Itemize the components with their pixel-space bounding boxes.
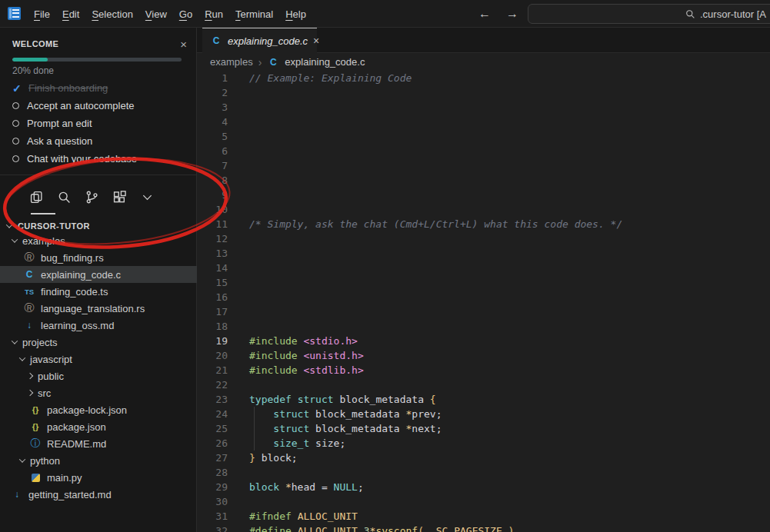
md-file-icon: ↓ [23, 320, 35, 331]
panel-icon-row [29, 181, 155, 212]
close-icon[interactable]: × [180, 38, 187, 51]
code-line-16[interactable]: 16 [197, 290, 770, 304]
tree-file-package-lock.json[interactable]: {}package-lock.json [0, 401, 197, 418]
chevron-down-icon [19, 456, 25, 462]
code-line-1[interactable]: 1// Example: Explaining Code [197, 71, 770, 85]
search-box[interactable]: .cursor-tutor [A [528, 4, 770, 24]
tree-file-finding_code.ts[interactable]: TSfinding_code.ts [0, 283, 197, 300]
copy-icon[interactable] [29, 181, 44, 212]
line-number: 13 [197, 246, 228, 261]
menu-edit[interactable]: Edit [56, 5, 85, 23]
code-line-27[interactable]: 27} block; [197, 451, 770, 465]
line-number: 3 [197, 100, 228, 115]
checklist-item-label: Chat with your codebase [27, 153, 137, 165]
chevron-down-icon[interactable] [140, 181, 155, 212]
code-line-32[interactable]: 32#define ALLOC_UNIT 3*sysconf( _SC_PAGE… [197, 524, 770, 532]
menu-view[interactable]: View [139, 5, 173, 23]
extensions-icon[interactable] [112, 181, 127, 212]
code-line-22[interactable]: 22 [197, 377, 770, 392]
tree-file-bug_finding.rs[interactable]: Ⓡbug_finding.rs [0, 249, 197, 266]
line-number: 20 [197, 348, 228, 363]
search-panel-icon[interactable] [57, 181, 72, 212]
code-line-26[interactable]: 26 size_t size; [197, 436, 770, 451]
breadcrumb-folder[interactable]: examples [210, 56, 253, 68]
tree-folder-projects[interactable]: projects [0, 334, 197, 351]
tree-file-learning_oss.md[interactable]: ↓learning_oss.md [0, 317, 197, 334]
checklist-item[interactable]: ✓Finish onboarding [12, 79, 190, 97]
tab-strip: C explaining_code.c × [197, 28, 770, 53]
forward-icon[interactable]: → [506, 7, 518, 21]
menu-terminal[interactable]: Terminal [229, 5, 279, 23]
menu-selection[interactable]: Selection [85, 5, 138, 23]
code-line-13[interactable]: 13 [197, 246, 770, 261]
circle-icon [12, 120, 19, 127]
tree-file-package.json[interactable]: {}package.json [0, 418, 197, 435]
tree-file-README.md[interactable]: ⓘREADME.md [0, 435, 197, 452]
tree-file-getting_started.md[interactable]: ↓getting_started.md [0, 486, 197, 503]
code-line-4[interactable]: 4 [197, 115, 770, 129]
code-line-17[interactable]: 17 [197, 304, 770, 319]
code-line-12[interactable]: 12 [197, 231, 770, 246]
checklist-item[interactable]: Prompt an edit [12, 115, 190, 132]
code-line-30[interactable]: 30 [197, 494, 770, 509]
tab-close-icon[interactable]: × [313, 35, 319, 47]
code-line-31[interactable]: 31#ifndef ALLOC_UNIT [197, 509, 770, 524]
line-number: 12 [197, 231, 228, 246]
checklist-item[interactable]: Accept an autocomplete [12, 97, 190, 115]
menu-help[interactable]: Help [279, 5, 312, 23]
code-line-11[interactable]: 11/* Simply, ask the chat (Cmd+L/Ctrl+L)… [197, 217, 770, 231]
tree-folder-examples[interactable]: examples [0, 232, 197, 249]
code-line-8[interactable]: 8 [197, 173, 770, 188]
code-line-9[interactable]: 9 [197, 188, 770, 202]
code-line-7[interactable]: 7 [197, 158, 770, 173]
tree-file-main.py[interactable]: main.py [0, 469, 197, 486]
code-text [228, 290, 249, 304]
chevron-right-icon [27, 390, 33, 396]
menu-go[interactable]: Go [173, 5, 198, 23]
menu-bar: FileEditSelectionViewGoRunTerminalHelp [28, 0, 312, 28]
circle-icon [12, 102, 19, 109]
circle-icon [12, 155, 19, 162]
back-icon[interactable]: ← [478, 7, 491, 21]
code-text [228, 261, 249, 275]
code-line-2[interactable]: 2 [197, 85, 770, 100]
breadcrumb: examples › C explaining_code.c [197, 53, 770, 71]
code-text: typedef struct block_metadata { [228, 392, 436, 407]
menu-run[interactable]: Run [198, 5, 229, 23]
code-text [228, 494, 249, 509]
welcome-panel-header: WELCOME × [12, 37, 187, 51]
code-text: #include <stdio.h> [228, 334, 358, 348]
code-line-21[interactable]: 21#include <stdlib.h> [197, 363, 770, 377]
code-line-24[interactable]: 24 struct block_metadata *prev; [197, 407, 770, 421]
checklist-item[interactable]: Ask a question [12, 132, 190, 150]
tree-folder-public[interactable]: public [0, 367, 197, 384]
app-logo-icon[interactable] [8, 7, 21, 20]
code-line-19[interactable]: 19#include <stdio.h> [197, 334, 770, 348]
code-line-23[interactable]: 23typedef struct block_metadata { [197, 392, 770, 407]
code-line-6[interactable]: 6 [197, 144, 770, 158]
code-line-18[interactable]: 18 [197, 319, 770, 334]
code-area[interactable]: 1// Example: Explaining Code234567891011… [197, 71, 770, 532]
explorer-root-header[interactable]: CURSOR-TUTOR [0, 218, 197, 234]
code-line-14[interactable]: 14 [197, 261, 770, 275]
menu-file[interactable]: File [28, 5, 56, 23]
tree-file-explaining_code.c[interactable]: Cexplaining_code.c [0, 266, 197, 283]
tab-explaining-code[interactable]: C explaining_code.c × [202, 28, 317, 53]
breadcrumb-file[interactable]: explaining_code.c [285, 56, 365, 68]
code-line-25[interactable]: 25 struct block_metadata *next; [197, 421, 770, 436]
tree-file-language_translation.rs[interactable]: Ⓡlanguage_translation.rs [0, 300, 197, 317]
source-control-icon[interactable] [85, 181, 99, 212]
code-line-10[interactable]: 10 [197, 202, 770, 217]
code-line-20[interactable]: 20#include <unistd.h> [197, 348, 770, 363]
code-line-29[interactable]: 29block *head = NULL; [197, 480, 770, 494]
code-text: // Example: Explaining Code [228, 71, 412, 85]
tree-folder-python[interactable]: python [0, 452, 197, 469]
line-number: 9 [197, 188, 228, 202]
code-line-5[interactable]: 5 [197, 129, 770, 144]
tree-folder-src[interactable]: src [0, 384, 197, 401]
code-line-15[interactable]: 15 [197, 275, 770, 290]
code-line-3[interactable]: 3 [197, 100, 770, 115]
tree-folder-javascript[interactable]: javascript [0, 351, 197, 367]
code-line-28[interactable]: 28 [197, 465, 770, 480]
checklist-item[interactable]: Chat with your codebase [12, 150, 190, 168]
